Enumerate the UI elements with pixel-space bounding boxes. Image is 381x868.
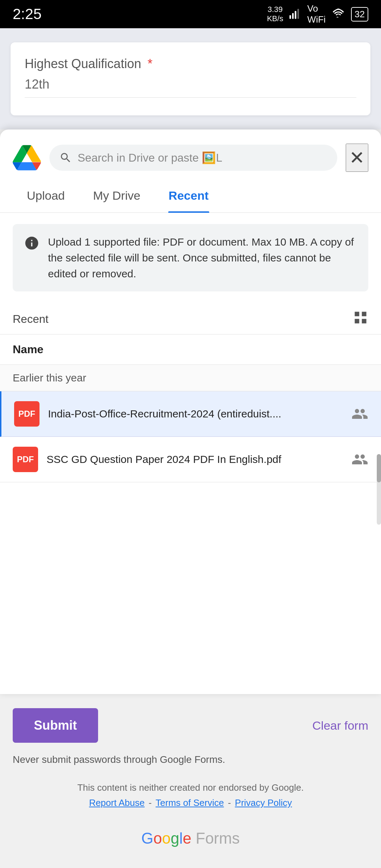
status-time: 2:25 [13, 6, 42, 23]
search-icon [59, 151, 72, 164]
file-item-1[interactable]: PDF India-Post-Office-Recruitment-2024 (… [0, 391, 381, 437]
tab-upload[interactable]: Upload [13, 179, 79, 212]
drive-sheet: Search in Drive or paste 🖼️L ✕ Upload My… [0, 129, 381, 694]
drive-header: Search in Drive or paste 🖼️L ✕ [0, 129, 381, 179]
wifi-icon [331, 8, 345, 20]
vo-wifi-label: VoWiFi [307, 3, 326, 25]
bottom-section: Submit Clear form Never submit passwords… [0, 694, 381, 868]
search-bar[interactable]: Search in Drive or paste 🖼️L [49, 145, 337, 171]
file-name-1: India-Post-Office-Recruitment-2024 (enti… [48, 408, 343, 420]
drive-logo-icon [13, 144, 41, 172]
file-name-2: SSC GD Question Paper 2024 PDF In Englis… [47, 453, 343, 465]
tab-my-drive[interactable]: My Drive [79, 179, 155, 212]
form-card: Highest Qualification * 12th [11, 42, 370, 115]
pdf-icon-1: PDF [14, 401, 40, 427]
svg-rect-1 [292, 13, 294, 19]
status-icons: 3.39 KB/s VoWiFi 32 [267, 3, 368, 25]
scrollbar-track[interactable] [377, 454, 381, 525]
field-value[interactable]: 12th [25, 77, 356, 98]
pdf-icon-2: PDF [13, 447, 38, 472]
info-text: Upload 1 supported file: PDF or document… [48, 234, 357, 282]
scrollbar-thumb[interactable] [377, 454, 381, 482]
separator-1: - [149, 797, 154, 808]
disclaimer-text: This content is neither created nor endo… [13, 782, 368, 793]
search-placeholder[interactable]: Search in Drive or paste 🖼️L [78, 151, 327, 164]
date-group-label: Earlier this year [0, 365, 381, 391]
required-marker: * [147, 56, 152, 71]
privacy-link[interactable]: Privacy Policy [235, 797, 292, 808]
section-header: Recent [0, 303, 381, 334]
field-label: Highest Qualification * [25, 56, 356, 71]
drive-tabs: Upload My Drive Recent [0, 179, 381, 213]
file-item-2[interactable]: PDF SSC GD Question Paper 2024 PDF In En… [0, 437, 381, 482]
google-forms-logo-text: Google Forms [141, 830, 240, 847]
info-icon [24, 235, 40, 254]
report-abuse-link[interactable]: Report Abuse [89, 797, 145, 808]
svg-rect-3 [297, 9, 299, 19]
separator-2: - [228, 797, 234, 808]
footer-links: Report Abuse - Terms of Service - Privac… [13, 797, 368, 808]
list-column-header: Name [0, 334, 381, 365]
svg-rect-0 [290, 15, 291, 19]
shared-icon-2 [351, 451, 368, 468]
terms-link[interactable]: Terms of Service [156, 797, 224, 808]
close-button[interactable]: ✕ [346, 144, 368, 172]
grid-toggle-icon[interactable] [353, 310, 368, 328]
svg-rect-2 [295, 11, 297, 19]
tab-recent[interactable]: Recent [155, 179, 223, 212]
form-background: Highest Qualification * 12th [0, 28, 381, 129]
google-forms-logo: Google Forms [13, 822, 368, 861]
submit-row: Submit Clear form [13, 708, 368, 743]
submit-button[interactable]: Submit [13, 708, 98, 743]
signal-icon [289, 8, 302, 20]
shared-icon-1 [351, 405, 368, 422]
section-title: Recent [13, 313, 48, 326]
clear-form-button[interactable]: Clear form [312, 719, 368, 733]
footer-content: This content is neither created nor endo… [13, 782, 368, 808]
battery-indicator: 32 [351, 7, 368, 22]
password-warning: Never submit passwords through Google Fo… [13, 754, 368, 765]
info-banner: Upload 1 supported file: PDF or document… [13, 224, 368, 291]
status-bar: 2:25 3.39 KB/s VoWiFi 32 [0, 0, 381, 28]
network-speed: 3.39 KB/s [267, 5, 283, 24]
